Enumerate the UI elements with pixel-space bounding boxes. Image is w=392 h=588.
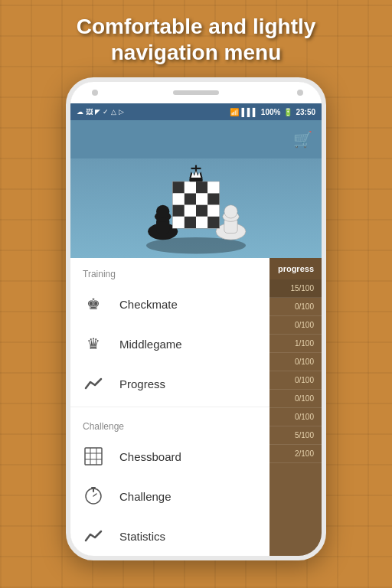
right-panel-item-0: 15/100 (270, 279, 322, 298)
right-panel-item-2: 0/100 (270, 316, 322, 335)
svg-point-8 (224, 205, 237, 218)
statistics-icon (83, 525, 104, 547)
svg-rect-20 (196, 205, 207, 217)
svg-rect-22 (173, 217, 185, 228)
svg-rect-24 (196, 217, 207, 228)
menu-item-middlegame[interactable]: ♛ Middlegame (70, 324, 270, 364)
svg-rect-13 (207, 182, 219, 194)
right-panel-item-8: 5/100 (270, 426, 322, 445)
svg-rect-25 (207, 217, 219, 228)
chessboard-label: Chessboard (119, 450, 181, 463)
check-icon: ✓ (103, 108, 109, 116)
signal-bars: ▌▌▌ (242, 108, 258, 116)
image-icon: 🖼 (86, 108, 93, 116)
app-bar: 🛒 (70, 120, 322, 158)
challenge-label: Challenge (119, 490, 172, 503)
svg-rect-19 (185, 205, 196, 217)
svg-rect-14 (173, 194, 185, 205)
status-right: 📶 ▌▌▌ 100% 🔋 23:50 (230, 108, 315, 116)
right-panel-item-7: 0/100 (270, 408, 322, 426)
wifi-icon: 📶 (230, 108, 239, 116)
right-panel-item-1: 0/100 (270, 298, 322, 316)
phone-top-bar (70, 82, 322, 103)
progress-label: Progress (119, 377, 165, 390)
play-icon: ▷ (119, 108, 124, 116)
menu-item-statistics[interactable]: Statistics (70, 516, 270, 556)
divider (70, 407, 270, 407)
progress-icon (83, 373, 104, 394)
challenge-section-label: Challenge (70, 410, 270, 436)
svg-line-38 (93, 494, 96, 496)
svg-rect-15 (185, 194, 196, 205)
checkmate-label: Checkmate (119, 298, 178, 311)
phone-camera-left (92, 90, 98, 96)
svg-rect-31 (85, 448, 102, 465)
cart-icon[interactable]: 🛒 (293, 130, 312, 149)
clock: 23:50 (296, 108, 315, 116)
svg-rect-23 (185, 217, 196, 228)
menu-item-challenge[interactable]: Challenge (70, 476, 270, 516)
status-icons: ☁ 🖼 ◤ ✓ △ ▷ (77, 108, 124, 116)
top-text: Comfortable and lightly navigation menu (61, 0, 332, 73)
right-panel: progress 15/100 0/100 0/100 1/100 0/100 … (270, 258, 322, 556)
svg-marker-30 (191, 171, 201, 178)
svg-rect-18 (173, 205, 185, 217)
svg-rect-12 (196, 182, 207, 194)
menu-item-chessboard[interactable]: Chessboard (70, 436, 270, 476)
menu-item-progress[interactable]: Progress (70, 364, 270, 403)
middlegame-label: Middlegame (119, 338, 182, 351)
challenge-icon (83, 485, 104, 507)
menu-panel: Training ♚ Checkmate ♛ Middlegame Progre… (70, 258, 270, 556)
battery-icon: 🔋 (283, 108, 292, 116)
svg-rect-29 (189, 178, 202, 181)
cloud-icon: ☁ (77, 108, 83, 116)
svg-rect-21 (207, 205, 219, 217)
chess-logo (70, 158, 322, 258)
training-section-label: Training (70, 258, 270, 284)
signal-icon: ◤ (95, 108, 100, 116)
svg-point-4 (156, 205, 169, 218)
right-panel-header: progress (270, 258, 322, 279)
svg-rect-17 (207, 194, 219, 205)
status-bar: ☁ 🖼 ◤ ✓ △ ▷ 📶 ▌▌▌ 100% 🔋 23:50 (70, 103, 322, 120)
right-panel-item-3: 1/100 (270, 335, 322, 353)
right-panel-item-5: 0/100 (270, 371, 322, 390)
headline: Comfortable and lightly navigation menu (77, 14, 316, 65)
phone-speaker (173, 90, 219, 95)
warning-icon: △ (111, 108, 116, 116)
right-panel-item-4: 0/100 (270, 353, 322, 371)
middlegame-icon: ♛ (83, 333, 104, 354)
svg-rect-10 (173, 182, 185, 194)
right-panel-item-9: 2/100 (270, 445, 322, 463)
phone-camera-right (297, 90, 303, 96)
phone-frame: ☁ 🖼 ◤ ✓ △ ▷ 📶 ▌▌▌ 100% 🔋 23:50 🛒 (66, 77, 326, 560)
screen-content: Training ♚ Checkmate ♛ Middlegame Progre… (70, 258, 322, 556)
checkmate-icon: ♚ (83, 293, 104, 315)
svg-rect-27 (191, 168, 201, 169)
svg-rect-11 (185, 182, 196, 194)
menu-item-checkmate[interactable]: ♚ Checkmate (70, 284, 270, 324)
battery-percent: 100% (261, 108, 281, 116)
chessboard-icon (83, 446, 104, 467)
chess-header (70, 158, 322, 258)
right-panel-item-6: 0/100 (270, 390, 322, 408)
statistics-label: Statistics (119, 530, 165, 543)
svg-rect-16 (196, 194, 207, 205)
